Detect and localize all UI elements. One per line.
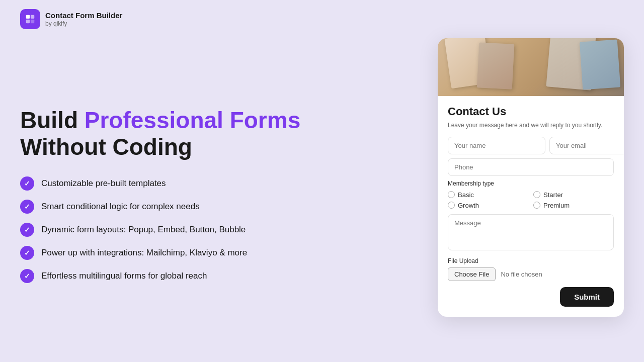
feature-item: Smart conditional logic for complex need… xyxy=(20,200,418,214)
headline-plain: Build xyxy=(20,107,85,133)
feature-item: Dynamic form layouts: Popup, Embed, Butt… xyxy=(20,223,418,237)
email-input[interactable] xyxy=(549,137,624,154)
check-icon xyxy=(20,246,34,260)
form-footer: Submit xyxy=(448,287,614,307)
radio-growth-label: Growth xyxy=(458,202,479,209)
feature-item: Customizable pre-built templates xyxy=(20,176,418,191)
message-textarea[interactable] xyxy=(448,214,614,250)
logo-text: Contact Form Builder by qikify xyxy=(45,11,122,27)
file-upload-section: File Upload Choose File No file chosen xyxy=(448,257,614,281)
svg-rect-2 xyxy=(26,20,30,23)
feature-label: Dynamic form layouts: Popup, Embed, Butt… xyxy=(41,225,246,235)
feature-label: Power up with integrations: Mailchimp, K… xyxy=(41,248,247,258)
form-body: Contact Us Leave your message here and w… xyxy=(438,96,624,317)
header: Contact Form Builder by qikify xyxy=(0,0,644,38)
form-subtitle: Leave your message here and we will repl… xyxy=(448,121,614,130)
feature-label: Customizable pre-built templates xyxy=(41,178,166,189)
svg-rect-0 xyxy=(26,15,30,19)
submit-button[interactable]: Submit xyxy=(560,287,614,307)
radio-premium-circle[interactable] xyxy=(533,202,540,209)
file-input-row: Choose File No file chosen xyxy=(448,267,614,281)
logo-subtitle: by qikify xyxy=(45,20,122,27)
name-input[interactable] xyxy=(448,137,545,154)
headline: Build Professional Forms Without Coding xyxy=(20,107,418,160)
radio-premium[interactable]: Premium xyxy=(533,202,614,209)
radio-basic-circle[interactable] xyxy=(448,191,455,198)
phone-input[interactable] xyxy=(448,158,614,176)
name-email-row xyxy=(448,137,614,154)
feature-label: Smart conditional logic for complex need… xyxy=(41,202,200,212)
headline-second-line: Without Coding xyxy=(20,134,192,160)
radio-starter-circle[interactable] xyxy=(533,191,540,198)
radio-starter[interactable]: Starter xyxy=(533,191,614,199)
radio-basic[interactable]: Basic xyxy=(448,191,528,199)
svg-rect-1 xyxy=(31,15,34,19)
radio-growth-circle[interactable] xyxy=(448,202,455,209)
check-icon xyxy=(20,269,34,283)
membership-label: Membership type xyxy=(448,180,614,187)
check-icon xyxy=(20,200,34,214)
photo-card-4 xyxy=(580,39,620,89)
svg-rect-3 xyxy=(31,20,34,23)
logo-title: Contact Form Builder xyxy=(45,11,122,20)
form-hero-image xyxy=(438,38,624,96)
left-panel: Build Professional Forms Without Coding … xyxy=(20,38,418,347)
check-icon xyxy=(20,223,34,237)
radio-grid: Basic Starter Growth Premium xyxy=(448,191,614,209)
radio-premium-label: Premium xyxy=(543,202,570,209)
file-upload-label: File Upload xyxy=(448,257,614,264)
right-panel: Contact Us Leave your message here and w… xyxy=(438,38,624,347)
no-file-text: No file chosen xyxy=(501,270,542,278)
features-list: Customizable pre-built templates Smart c… xyxy=(20,176,418,283)
main-content: Build Professional Forms Without Coding … xyxy=(0,38,644,362)
check-icon xyxy=(20,176,34,191)
phone-row xyxy=(448,158,614,176)
feature-item: Power up with integrations: Mailchimp, K… xyxy=(20,246,418,260)
form-title: Contact Us xyxy=(448,105,614,118)
choose-file-button[interactable]: Choose File xyxy=(448,267,496,281)
form-card: Contact Us Leave your message here and w… xyxy=(438,38,624,317)
membership-section: Membership type Basic Starter Growth xyxy=(448,180,614,209)
photo-card-2 xyxy=(477,42,515,89)
radio-starter-label: Starter xyxy=(543,191,563,199)
radio-growth[interactable]: Growth xyxy=(448,202,528,209)
headline-purple: Professional Forms xyxy=(85,107,300,133)
feature-label: Effortless multilingual forms for global… xyxy=(41,271,207,281)
feature-item: Effortless multilingual forms for global… xyxy=(20,269,418,283)
radio-basic-label: Basic xyxy=(458,191,474,199)
logo-icon xyxy=(20,9,40,29)
